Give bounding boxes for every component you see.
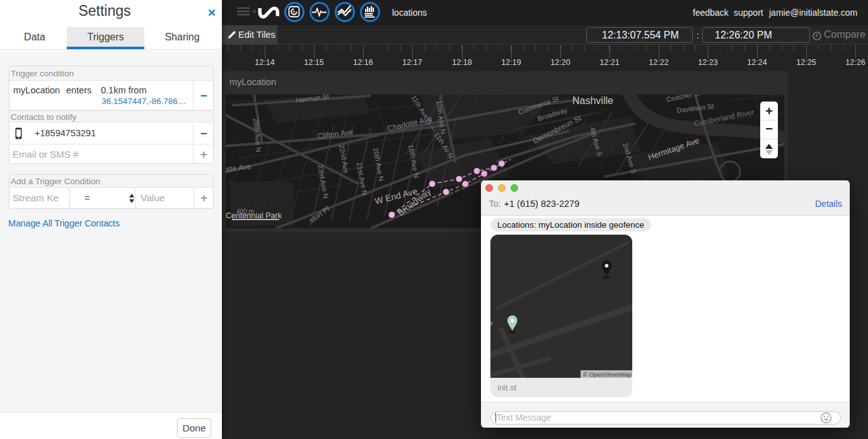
svg-text:Centennial Park: Centennial Park [226,211,282,220]
svg-text:© OpenStreetMap: © OpenStreetMap [583,371,632,378]
svg-text:Nashville: Nashville [572,95,613,106]
